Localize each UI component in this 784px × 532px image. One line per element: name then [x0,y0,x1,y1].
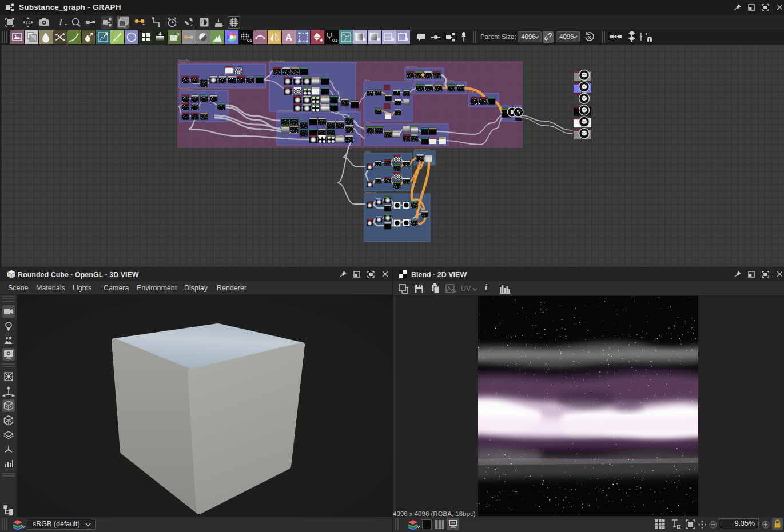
svg-text:Wind: Wind [364,79,369,82]
svg-text:Post Map/Nodes: Post Map/Nodes [277,109,295,112]
svg-text:Main Texture: Main Texture [180,87,194,90]
svg-text:NumbSparkers: NumbSparkers [415,148,430,151]
svg-text:Cutout: Cutout [180,61,187,64]
svg-text:Opacity: Opacity [446,79,454,82]
svg-text:01: 01 [247,38,252,43]
svg-text:i: i [59,18,62,27]
svg-text:Main Gradient: Main Gradient [270,59,285,62]
svg-text:Stars: Stars [365,150,370,153]
svg-text:01: 01 [332,38,337,43]
svg-text:Smoke trail: Smoke trail [365,191,376,194]
svg-text:1:1: 1:1 [25,20,31,25]
svg-text:Floor: Floor [365,121,371,124]
svg-text:Spark Stars: Spark Stars [405,65,417,68]
svg-text:A: A [285,33,292,42]
